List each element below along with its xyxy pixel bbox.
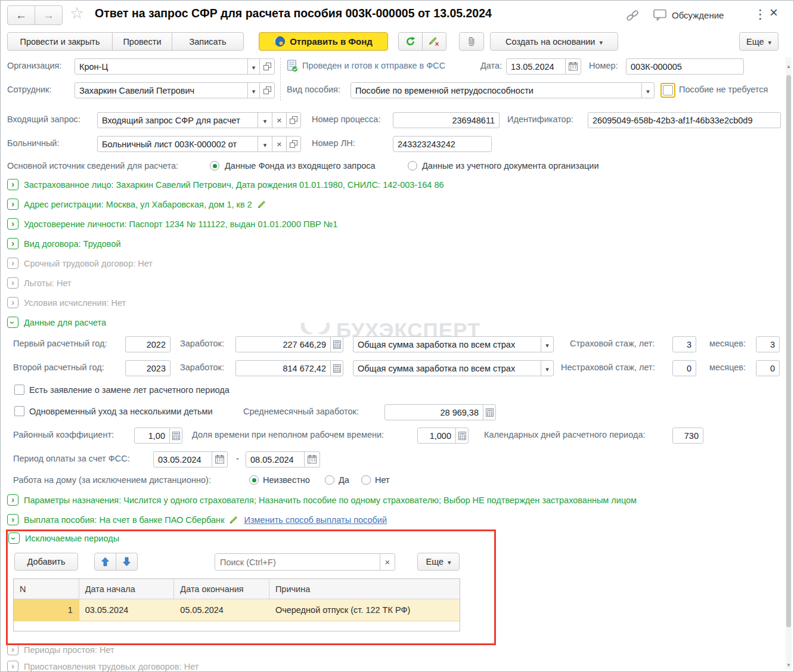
- home-work-yes-radio[interactable]: [325, 475, 334, 485]
- post-button[interactable]: Провести: [112, 32, 172, 51]
- move-down-button[interactable]: [116, 553, 138, 571]
- scroll-down-icon[interactable]: [786, 658, 791, 669]
- date-value[interactable]: 13.05.2024: [506, 58, 566, 75]
- change-payment-method-link[interactable]: Изменить способ выплаты пособий: [244, 515, 387, 525]
- ln-number-field[interactable]: 243323243242: [393, 136, 492, 152]
- fss-to-calendar-button[interactable]: [304, 451, 320, 467]
- section-privileges[interactable]: › Льготы: Нет: [7, 277, 72, 289]
- uninsured-exp-years-field[interactable]: 0: [672, 360, 696, 376]
- cell-n[interactable]: 1: [14, 599, 79, 621]
- source-org-label[interactable]: Данные из учетного документа организации: [422, 161, 599, 171]
- home-work-no-radio[interactable]: [361, 475, 371, 485]
- search-input[interactable]: [215, 554, 380, 570]
- cancel-posting-button[interactable]: ×: [422, 32, 446, 51]
- incoming-request-clear-button[interactable]: [272, 112, 287, 128]
- cell-reason[interactable]: Очередной отпуск (ст. 122 ТК РФ): [269, 599, 460, 621]
- employee-dropdown-button[interactable]: [247, 82, 260, 98]
- earnings1-source-dropdown[interactable]: [541, 336, 554, 352]
- incoming-request-open-button[interactable]: [286, 112, 301, 128]
- expander-icon[interactable]: ›: [7, 199, 18, 210]
- table-row[interactable]: 1 03.05.2024 05.05.2024 Очередной отпуск…: [14, 599, 460, 621]
- source-fund-radio[interactable]: [210, 161, 219, 171]
- expander-icon[interactable]: ›: [7, 661, 18, 672]
- refresh-button[interactable]: [398, 32, 423, 51]
- employee-field[interactable]: Захаркин Савелий Петрович: [75, 82, 275, 98]
- earnings2-source-select[interactable]: Общая сумма заработка по всем страх: [353, 360, 554, 376]
- section-contract-type[interactable]: › Вид договора: Трудовой: [7, 238, 121, 249]
- create-based-on-button[interactable]: Создать на основании: [490, 32, 618, 51]
- calendar-days-field[interactable]: 730: [672, 428, 703, 444]
- fss-to-field[interactable]: 08.05.2024: [246, 451, 320, 467]
- expander-icon[interactable]: ›: [7, 277, 18, 289]
- expander-icon[interactable]: ›: [7, 297, 18, 308]
- cell-end[interactable]: 05.05.2024: [174, 599, 269, 621]
- expander-icon[interactable]: ›: [7, 238, 18, 249]
- identifier-field[interactable]: 26095049-658b-42b3-af1f-46b33e2cb0d9: [588, 112, 781, 128]
- employee-open-button[interactable]: [259, 82, 275, 98]
- section-downtime[interactable]: › Периоды простоя: Нет: [7, 644, 114, 655]
- earnings1-source-select[interactable]: Общая сумма заработка по всем страх: [353, 336, 554, 352]
- year2-field[interactable]: 2023: [125, 360, 170, 376]
- sick-leave-open-button[interactable]: [286, 136, 301, 152]
- source-org-radio[interactable]: [408, 161, 417, 171]
- earnings2-source-dropdown[interactable]: [541, 360, 554, 376]
- part-time-calc-button[interactable]: [455, 428, 469, 444]
- expander-icon[interactable]: ›: [7, 179, 18, 190]
- earnings2-field[interactable]: 814 672,42: [235, 360, 343, 376]
- earnings1-field[interactable]: 227 646,29: [235, 336, 343, 352]
- insured-exp-months-field[interactable]: 3: [756, 336, 780, 352]
- forward-button[interactable]: [35, 5, 63, 25]
- part-time-value[interactable]: 1,000: [417, 428, 456, 444]
- organization-open-button[interactable]: [259, 58, 275, 75]
- sick-leave-field[interactable]: Больничный лист 003К-000002 от: [97, 136, 301, 152]
- back-button[interactable]: [7, 5, 35, 25]
- discussion-button[interactable]: Обсуждение: [653, 9, 724, 21]
- home-work-unknown-label[interactable]: Неизвестно: [263, 475, 310, 485]
- insured-exp-years-field[interactable]: 3: [672, 336, 696, 352]
- year1-field[interactable]: 2022: [125, 336, 170, 352]
- section-calc-data[interactable]: › Данные для расчета: [7, 317, 106, 328]
- fss-to-value[interactable]: 08.05.2024: [246, 451, 305, 467]
- organization-dropdown-button[interactable]: [247, 58, 260, 75]
- employee-value[interactable]: Захаркин Савелий Петрович: [75, 82, 248, 98]
- fss-from-value[interactable]: 03.05.2024: [153, 451, 212, 467]
- section-insured-person[interactable]: › Застрахованное лицо: Захаркин Савелий …: [7, 179, 444, 190]
- fss-from-field[interactable]: 03.05.2024: [153, 451, 228, 467]
- district-coef-calc-button[interactable]: [169, 428, 182, 444]
- section-payment[interactable]: › Выплата пособия: На счет в банке ПАО С…: [7, 514, 387, 525]
- simultaneous-care-checkbox[interactable]: [14, 406, 24, 416]
- expander-icon[interactable]: ›: [7, 258, 18, 269]
- earnings1-calc-button[interactable]: [330, 336, 343, 352]
- scrollbar-thumb[interactable]: [786, 75, 791, 627]
- date-field[interactable]: 13.05.2024: [506, 58, 581, 75]
- replace-years-checkbox[interactable]: [14, 385, 24, 395]
- replace-years-label[interactable]: Есть заявление о замене лет расчетного п…: [29, 385, 229, 395]
- benefit-type-field[interactable]: Пособие по временной нетрудоспособности: [351, 82, 655, 98]
- section-identity[interactable]: › Удостоверение личности: Паспорт 1234 №…: [7, 218, 337, 230]
- district-coef-value[interactable]: 1,00: [134, 428, 170, 444]
- scroll-up-icon[interactable]: [786, 60, 791, 70]
- number-field[interactable]: 003К-000005: [626, 58, 744, 75]
- avg-monthly-field[interactable]: 28 969,38: [384, 404, 496, 420]
- home-work-unknown-radio[interactable]: [249, 475, 259, 485]
- cell-start[interactable]: 03.05.2024: [79, 599, 175, 621]
- benefit-type-value[interactable]: Пособие по временной нетрудоспособности: [351, 82, 642, 98]
- avg-monthly-calc-button[interactable]: [483, 404, 496, 420]
- expander-icon[interactable]: ›: [7, 494, 18, 506]
- section-address[interactable]: › Адрес регистрации: Москва, ул Хабаровс…: [7, 199, 266, 210]
- incoming-request-value[interactable]: Входящий запрос СФР для расчет: [97, 112, 258, 128]
- uninsured-exp-months-field[interactable]: 0: [756, 360, 780, 376]
- window-menu-icon[interactable]: [754, 7, 767, 21]
- simultaneous-care-label[interactable]: Одновременный уход за несколькими детьми: [29, 407, 213, 416]
- date-calendar-button[interactable]: [565, 58, 581, 75]
- get-link-icon[interactable]: [625, 10, 640, 24]
- add-row-button[interactable]: Добавить: [14, 553, 78, 571]
- benefit-not-required-checkbox[interactable]: [660, 83, 675, 98]
- process-number-field[interactable]: 236948611: [393, 112, 500, 128]
- favorite-star-icon[interactable]: [70, 4, 84, 23]
- earnings2-calc-button[interactable]: [330, 360, 343, 376]
- expander-icon[interactable]: ›: [7, 514, 18, 525]
- incoming-request-field[interactable]: Входящий запрос СФР для расчет: [97, 112, 301, 128]
- home-work-yes-label[interactable]: Да: [339, 475, 349, 485]
- section-conditions[interactable]: › Условия исчисления: Нет: [7, 297, 126, 308]
